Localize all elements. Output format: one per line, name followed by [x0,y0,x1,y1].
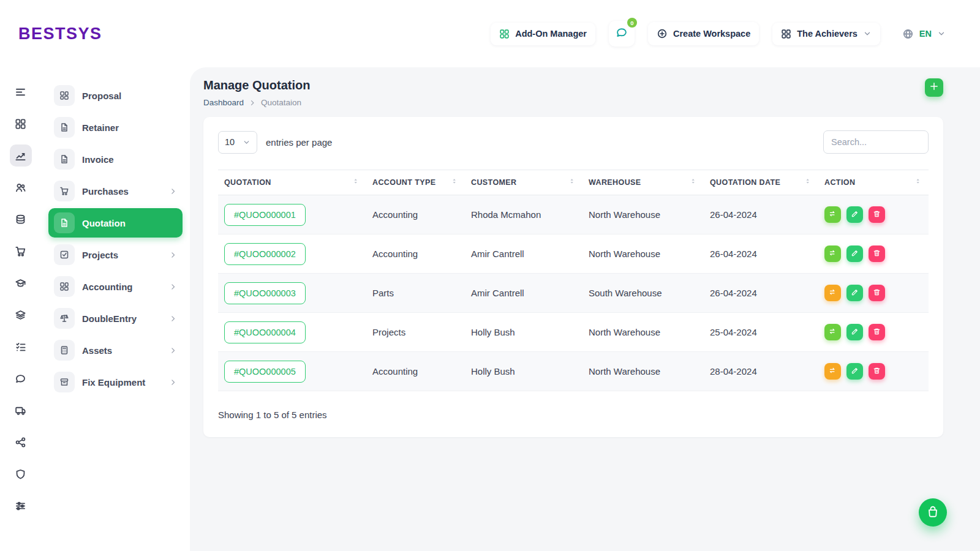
column-header-customer[interactable]: CUSTOMER [471,178,576,187]
chevron-down-icon [863,29,872,38]
swap-arrows-icon [829,328,837,337]
customer-cell: Holly Bush [465,313,582,352]
column-header-action[interactable]: ACTION [824,178,922,187]
chevron-right-icon [169,187,177,195]
sidebar-item-label: Fix Equipment [82,377,145,388]
doubleentry-icon [54,308,75,329]
sliders-icon[interactable] [10,495,32,517]
row-actions [824,246,922,262]
convert-button[interactable] [824,206,841,223]
accounting-icon [54,276,75,297]
plus-circle-icon [657,28,668,39]
sidebar-item-label: Accounting [82,282,133,292]
column-header-quotation[interactable]: QUOTATION [224,178,360,187]
convert-button[interactable] [824,363,841,380]
pencil-icon [851,249,859,259]
edit-button[interactable] [846,246,863,262]
entries-per-page-select[interactable]: 10 [218,131,257,154]
sidebar-item-purchases[interactable]: Purchases [48,176,183,206]
delete-button[interactable] [869,246,885,262]
sidebar-item-invoice[interactable]: Invoice [48,144,183,174]
warehouse-cell: North Warehouse [582,313,704,352]
graduation-cap-icon[interactable] [10,272,32,294]
truck-icon[interactable] [10,399,32,421]
delete-button[interactable] [869,206,885,223]
customer-cell: Amir Cantrell [465,234,582,274]
convert-button[interactable] [824,246,841,262]
sidebar-item-proposal[interactable]: Proposal [48,81,183,110]
chat-icon[interactable] [10,367,32,389]
sidebar-item-fix-equipment[interactable]: Fix Equipment [48,367,183,397]
convert-button[interactable] [824,324,841,340]
page-title: Manage Quotation [203,78,310,92]
delete-button[interactable] [869,324,885,340]
quotation-number-pill[interactable]: #QUOO000004 [224,321,306,343]
task-list-icon[interactable] [10,335,32,358]
sidebar-item-label: Assets [82,345,112,356]
table-body: #QUOO000001AccountingRhoda McmahonNorth … [218,195,929,391]
plus-icon [929,81,939,94]
workspace-switcher[interactable]: The Achievers [772,23,880,45]
account-type-cell: Accounting [366,234,465,274]
addon-manager-button[interactable]: Add-On Manager [491,23,595,45]
grid-icon[interactable] [10,113,32,135]
workspace-grid-icon [781,29,791,39]
sidebar-item-label: DoubleEntry [82,313,137,324]
delete-button[interactable] [869,363,885,380]
chevron-right-icon [169,378,177,386]
edit-button[interactable] [846,285,863,301]
share-nodes-icon[interactable] [10,431,32,453]
sidebar-item-accounting[interactable]: Accounting [48,272,183,301]
trash-icon [873,328,881,337]
edit-button[interactable] [846,206,863,223]
chart-icon[interactable] [10,144,32,167]
fix-equipment-icon [54,372,75,392]
sidebar-item-retainer[interactable]: Retainer [48,113,183,142]
shield-icon[interactable] [10,463,32,485]
sidebar-item-quotation[interactable]: Quotation [48,208,183,238]
column-header-account-type[interactable]: ACCOUNT TYPE [372,178,459,187]
column-header-warehouse[interactable]: WAREHOUSE [589,178,698,187]
breadcrumb: Dashboard Quotataion [203,98,310,107]
language-selector[interactable]: EN [894,22,954,46]
quotation-number-pill[interactable]: #QUOO000001 [224,204,306,226]
chevron-right-icon [169,347,177,354]
warehouse-cell: North Warehouse [582,352,704,391]
sidebar-item-doubleentry[interactable]: DoubleEntry [48,304,183,333]
convert-button[interactable] [824,285,841,301]
entries-per-page-label: entries per page [266,137,332,148]
delete-button[interactable] [869,285,885,301]
quotation-table-card: 10 entries per page QUOTATIONACCOUNT TYP… [203,117,943,437]
top-header: BESTSYS Add-On Manager 0 Create Workspac… [0,0,980,67]
create-workspace-button[interactable]: Create Workspace [648,22,759,45]
search-input[interactable] [823,130,929,154]
users-icon[interactable] [10,176,32,198]
table-row: #QUOO000002AccountingAmir CantrellNorth … [218,234,929,274]
quotation-number-pill[interactable]: #QUOO000002 [224,243,306,265]
sidebar-item-assets[interactable]: Assets [48,335,183,365]
shop-fab-button[interactable] [919,498,947,527]
account-type-cell: Projects [366,313,465,352]
pencil-icon [851,210,859,220]
sidebar-item-label: Proposal [82,91,121,101]
cart-icon[interactable] [10,240,32,262]
chevron-down-icon [243,138,251,146]
column-header-quotation-date[interactable]: QUOTATION DATE [710,178,812,187]
sidebar-item-projects[interactable]: Projects [48,240,183,269]
main-content: Manage Quotation Dashboard Quotataion 10 [190,67,980,551]
menu-icon[interactable] [10,81,32,103]
projects-icon [54,244,75,265]
breadcrumb-dashboard-link[interactable]: Dashboard [203,98,244,107]
chevron-right-icon [169,283,177,291]
table-row: #QUOO000005AccountingHolly BushNorth War… [218,352,929,391]
sort-icon [451,178,459,187]
proposal-icon [54,85,75,106]
add-quotation-button[interactable] [925,78,943,97]
quotation-number-pill[interactable]: #QUOO000005 [224,361,306,383]
chat-button[interactable]: 0 [609,21,635,47]
edit-button[interactable] [846,324,863,340]
layers-icon[interactable] [10,304,32,326]
coins-icon[interactable] [10,208,32,230]
edit-button[interactable] [846,363,863,380]
quotation-number-pill[interactable]: #QUOO000003 [224,282,306,304]
